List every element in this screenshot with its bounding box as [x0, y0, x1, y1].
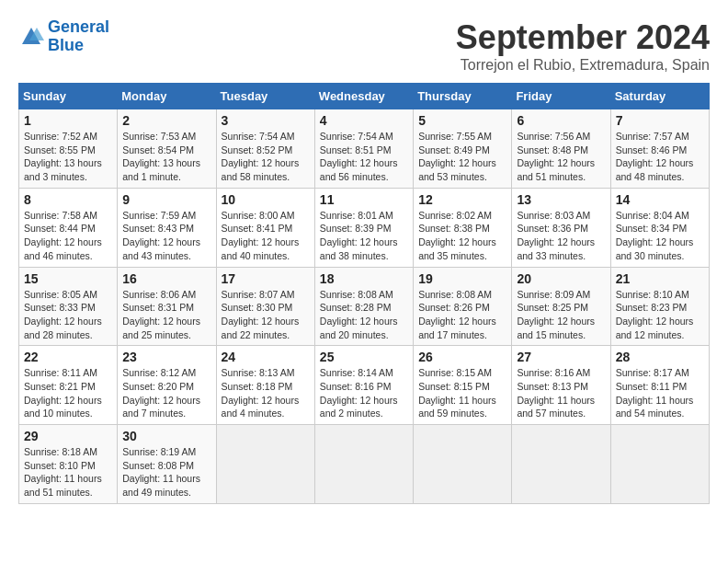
- day-info: Sunrise: 8:02 AMSunset: 8:38 PMDaylight:…: [418, 209, 506, 263]
- weekday-header-friday: Friday: [512, 84, 610, 109]
- day-number: 27: [517, 350, 605, 364]
- day-info: Sunrise: 7:54 AMSunset: 8:51 PMDaylight:…: [320, 130, 408, 184]
- calendar-cell: 6Sunrise: 7:56 AMSunset: 8:48 PMDaylight…: [512, 109, 610, 189]
- calendar-body: 1Sunrise: 7:52 AMSunset: 8:55 PMDaylight…: [19, 109, 710, 504]
- calendar-cell: 7Sunrise: 7:57 AMSunset: 8:46 PMDaylight…: [610, 109, 709, 189]
- calendar-cell: 2Sunrise: 7:53 AMSunset: 8:54 PMDaylight…: [118, 109, 216, 189]
- day-number: 17: [222, 271, 310, 286]
- logo-icon: [18, 24, 44, 50]
- day-info: Sunrise: 8:04 AMSunset: 8:34 PMDaylight:…: [616, 209, 704, 263]
- calendar-cell: [216, 425, 314, 504]
- calendar-cell: 12Sunrise: 8:02 AMSunset: 8:38 PMDayligh…: [414, 188, 512, 267]
- day-number: 4: [320, 113, 408, 128]
- day-info: Sunrise: 8:18 AMSunset: 8:10 PMDaylight:…: [24, 445, 112, 500]
- month-title: September 2024: [456, 18, 710, 57]
- location: Torrejon el Rubio, Extremadura, Spain: [456, 57, 710, 74]
- calendar-cell: [512, 425, 610, 504]
- weekday-header-saturday: Saturday: [610, 84, 709, 109]
- logo: General Blue: [18, 18, 109, 55]
- calendar-cell: 10Sunrise: 8:00 AMSunset: 8:41 PMDayligh…: [216, 188, 314, 267]
- calendar-cell: 1Sunrise: 7:52 AMSunset: 8:55 PMDaylight…: [19, 109, 118, 189]
- calendar-cell: 26Sunrise: 8:15 AMSunset: 8:15 PMDayligh…: [414, 346, 512, 425]
- day-info: Sunrise: 8:06 AMSunset: 8:31 PMDaylight:…: [122, 288, 210, 342]
- weekday-header-wednesday: Wednesday: [314, 84, 413, 109]
- day-info: Sunrise: 7:58 AMSunset: 8:44 PMDaylight:…: [24, 209, 112, 263]
- calendar-cell: [610, 425, 709, 504]
- day-info: Sunrise: 7:52 AMSunset: 8:55 PMDaylight:…: [24, 130, 112, 184]
- day-info: Sunrise: 8:17 AMSunset: 8:11 PMDaylight:…: [616, 366, 704, 420]
- day-info: Sunrise: 8:00 AMSunset: 8:41 PMDaylight:…: [222, 209, 310, 263]
- calendar-cell: 22Sunrise: 8:11 AMSunset: 8:21 PMDayligh…: [19, 346, 118, 425]
- day-number: 28: [616, 350, 704, 364]
- day-info: Sunrise: 8:15 AMSunset: 8:15 PMDaylight:…: [418, 366, 506, 420]
- calendar-cell: 30Sunrise: 8:19 AMSunset: 8:08 PMDayligh…: [118, 425, 216, 504]
- calendar-cell: 17Sunrise: 8:07 AMSunset: 8:30 PMDayligh…: [216, 267, 314, 346]
- day-info: Sunrise: 8:13 AMSunset: 8:18 PMDaylight:…: [222, 366, 310, 420]
- calendar-cell: 20Sunrise: 8:09 AMSunset: 8:25 PMDayligh…: [512, 267, 610, 346]
- calendar-cell: [314, 425, 413, 504]
- day-info: Sunrise: 7:53 AMSunset: 8:54 PMDaylight:…: [122, 130, 210, 184]
- weekday-header-sunday: Sunday: [19, 84, 118, 109]
- calendar-cell: 15Sunrise: 8:05 AMSunset: 8:33 PMDayligh…: [19, 267, 118, 346]
- day-number: 7: [616, 113, 704, 128]
- calendar-table: SundayMondayTuesdayWednesdayThursdayFrid…: [18, 83, 710, 504]
- calendar-cell: 27Sunrise: 8:16 AMSunset: 8:13 PMDayligh…: [512, 346, 610, 425]
- calendar-cell: 8Sunrise: 7:58 AMSunset: 8:44 PMDaylight…: [19, 188, 118, 267]
- day-info: Sunrise: 8:12 AMSunset: 8:20 PMDaylight:…: [122, 366, 210, 420]
- day-number: 25: [320, 350, 408, 364]
- calendar-week-5: 29Sunrise: 8:18 AMSunset: 8:10 PMDayligh…: [19, 425, 710, 504]
- calendar-cell: 16Sunrise: 8:06 AMSunset: 8:31 PMDayligh…: [118, 267, 216, 346]
- day-number: 29: [24, 429, 112, 443]
- title-block: September 2024 Torrejon el Rubio, Extrem…: [456, 18, 710, 74]
- calendar-cell: 21Sunrise: 8:10 AMSunset: 8:23 PMDayligh…: [610, 267, 709, 346]
- day-number: 5: [418, 113, 506, 128]
- calendar-week-4: 22Sunrise: 8:11 AMSunset: 8:21 PMDayligh…: [19, 346, 710, 425]
- page-header: General Blue September 2024 Torrejon el …: [18, 18, 710, 74]
- day-info: Sunrise: 8:08 AMSunset: 8:28 PMDaylight:…: [320, 288, 408, 342]
- calendar-cell: 24Sunrise: 8:13 AMSunset: 8:18 PMDayligh…: [216, 346, 314, 425]
- day-number: 8: [24, 192, 112, 207]
- day-number: 14: [616, 192, 704, 207]
- day-number: 16: [122, 271, 210, 286]
- day-number: 24: [222, 350, 310, 364]
- day-number: 20: [517, 271, 605, 286]
- weekday-header-tuesday: Tuesday: [216, 84, 314, 109]
- weekday-header-row: SundayMondayTuesdayWednesdayThursdayFrid…: [19, 84, 710, 109]
- day-info: Sunrise: 8:07 AMSunset: 8:30 PMDaylight:…: [222, 288, 310, 342]
- day-number: 21: [616, 271, 704, 286]
- logo-line2: Blue: [48, 36, 84, 54]
- calendar-cell: 9Sunrise: 7:59 AMSunset: 8:43 PMDaylight…: [118, 188, 216, 267]
- day-number: 22: [24, 350, 112, 364]
- calendar-week-3: 15Sunrise: 8:05 AMSunset: 8:33 PMDayligh…: [19, 267, 710, 346]
- day-number: 9: [122, 192, 210, 207]
- day-info: Sunrise: 7:56 AMSunset: 8:48 PMDaylight:…: [517, 130, 605, 184]
- day-number: 3: [222, 113, 310, 128]
- calendar-cell: [414, 425, 512, 504]
- day-info: Sunrise: 8:03 AMSunset: 8:36 PMDaylight:…: [517, 209, 605, 263]
- day-number: 2: [122, 113, 210, 128]
- calendar-cell: 18Sunrise: 8:08 AMSunset: 8:28 PMDayligh…: [314, 267, 413, 346]
- day-info: Sunrise: 8:11 AMSunset: 8:21 PMDaylight:…: [24, 366, 112, 420]
- day-info: Sunrise: 8:09 AMSunset: 8:25 PMDaylight:…: [517, 288, 605, 342]
- calendar-cell: 28Sunrise: 8:17 AMSunset: 8:11 PMDayligh…: [610, 346, 709, 425]
- day-number: 1: [24, 113, 112, 128]
- day-number: 11: [320, 192, 408, 207]
- calendar-cell: 25Sunrise: 8:14 AMSunset: 8:16 PMDayligh…: [314, 346, 413, 425]
- day-info: Sunrise: 8:10 AMSunset: 8:23 PMDaylight:…: [616, 288, 704, 342]
- day-info: Sunrise: 7:54 AMSunset: 8:52 PMDaylight:…: [222, 130, 310, 184]
- day-number: 6: [517, 113, 605, 128]
- day-number: 19: [418, 271, 506, 286]
- day-info: Sunrise: 8:05 AMSunset: 8:33 PMDaylight:…: [24, 288, 112, 342]
- day-info: Sunrise: 8:08 AMSunset: 8:26 PMDaylight:…: [418, 288, 506, 342]
- day-number: 30: [122, 429, 210, 443]
- day-number: 18: [320, 271, 408, 286]
- day-info: Sunrise: 8:19 AMSunset: 8:08 PMDaylight:…: [122, 445, 210, 500]
- day-info: Sunrise: 7:57 AMSunset: 8:46 PMDaylight:…: [616, 130, 704, 184]
- day-number: 23: [122, 350, 210, 364]
- calendar-cell: 4Sunrise: 7:54 AMSunset: 8:51 PMDaylight…: [314, 109, 413, 189]
- calendar-cell: 23Sunrise: 8:12 AMSunset: 8:20 PMDayligh…: [118, 346, 216, 425]
- weekday-header-monday: Monday: [118, 84, 216, 109]
- day-info: Sunrise: 7:59 AMSunset: 8:43 PMDaylight:…: [122, 209, 210, 263]
- calendar-cell: 5Sunrise: 7:55 AMSunset: 8:49 PMDaylight…: [414, 109, 512, 189]
- calendar-week-1: 1Sunrise: 7:52 AMSunset: 8:55 PMDaylight…: [19, 109, 710, 189]
